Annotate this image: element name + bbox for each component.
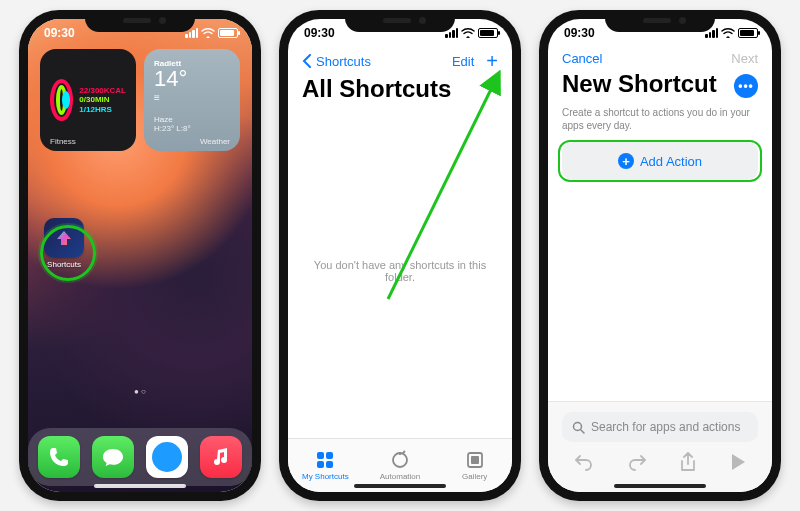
svg-rect-29 [317, 452, 324, 459]
back-button[interactable]: Shortcuts [302, 54, 371, 69]
svg-point-27 [152, 442, 182, 472]
add-button[interactable]: + [486, 51, 498, 71]
home-screen: 09:30 22/300KCAL 0/30MIN 1/12HRS Fitness [28, 19, 252, 492]
more-button[interactable]: ••• [734, 74, 758, 98]
page-subtitle: Create a shortcut to actions you do in y… [548, 106, 772, 132]
svg-rect-31 [317, 461, 324, 468]
tab-label: Automation [380, 472, 420, 481]
app-phone[interactable] [38, 436, 80, 478]
empty-state-text: You don't have any shortcuts in this fol… [288, 259, 512, 283]
tab-my-shortcuts[interactable]: My Shortcuts [288, 439, 363, 492]
wifi-icon [721, 28, 735, 38]
fitness-stand: 1/12HRS [79, 105, 126, 114]
tool-row [548, 442, 772, 472]
automation-icon [390, 450, 410, 470]
share-button[interactable] [679, 452, 697, 472]
plus-circle-icon: + [618, 153, 634, 169]
weather-range: H:23° L:8° [154, 124, 230, 133]
status-time: 09:30 [42, 26, 75, 40]
shortcuts-icon [44, 218, 84, 258]
notch [85, 10, 195, 32]
back-label: Shortcuts [316, 54, 371, 69]
app-shortcuts[interactable]: Shortcuts [40, 218, 88, 269]
add-action-label: Add Action [640, 154, 702, 169]
activity-rings-icon [50, 79, 73, 121]
fitness-stats: 22/300KCAL 0/30MIN 1/12HRS [79, 86, 126, 114]
battery-icon [218, 28, 238, 38]
battery-icon [738, 28, 758, 38]
tab-label: My Shortcuts [302, 472, 349, 481]
fitness-widget[interactable]: 22/300KCAL 0/30MIN 1/12HRS Fitness [40, 49, 136, 151]
home-indicator[interactable] [614, 484, 706, 488]
add-action-button[interactable]: + Add Action [562, 142, 758, 180]
home-indicator[interactable] [94, 484, 186, 488]
phone-shortcuts-list: 09:30 Shortcuts Edit + All Shortcuts You… [279, 10, 521, 501]
search-input[interactable]: Search for apps and actions [562, 412, 758, 442]
home-indicator[interactable] [354, 484, 446, 488]
fitness-label: Fitness [50, 137, 76, 146]
haze-icon: ≡ [154, 92, 230, 103]
gallery-icon [465, 450, 485, 470]
edit-button[interactable]: Edit [452, 54, 474, 69]
status-indicators [185, 28, 238, 38]
status-time: 09:30 [562, 26, 595, 40]
wifi-icon [201, 28, 215, 38]
svg-point-33 [393, 453, 407, 467]
more-icon: ••• [738, 79, 754, 93]
status-time: 09:30 [302, 26, 335, 40]
svg-rect-32 [326, 461, 333, 468]
search-placeholder: Search for apps and actions [591, 420, 740, 434]
fitness-exercise: 0/30MIN [79, 95, 126, 104]
new-shortcut-screen: 09:30 Cancel Next New Shortcut ••• Creat… [548, 19, 772, 492]
tab-label: Gallery [462, 472, 487, 481]
redo-button[interactable] [627, 453, 647, 471]
weather-temp: 14° [154, 66, 230, 92]
notch [345, 10, 455, 32]
status-indicators [445, 28, 498, 38]
app-safari[interactable] [146, 436, 188, 478]
dock [28, 428, 252, 486]
phone-home: 09:30 22/300KCAL 0/30MIN 1/12HRS Fitness [19, 10, 261, 501]
app-label: Shortcuts [47, 260, 81, 269]
wifi-icon [461, 28, 475, 38]
grid-icon [315, 450, 335, 470]
tab-gallery[interactable]: Gallery [437, 439, 512, 492]
fitness-move: 22/300KCAL [79, 86, 126, 95]
notch [605, 10, 715, 32]
undo-button[interactable] [574, 453, 594, 471]
svg-line-37 [581, 430, 584, 433]
chevron-left-icon [302, 54, 312, 68]
weather-condition: Haze [154, 115, 230, 124]
status-indicators [705, 28, 758, 38]
bottom-toolbar: Search for apps and actions [548, 401, 772, 492]
page-indicator: ● ○ [28, 387, 252, 396]
weather-widget[interactable]: Radlett 14° ≡ Haze H:23° L:8° Weather [144, 49, 240, 151]
battery-icon [478, 28, 498, 38]
cancel-button[interactable]: Cancel [562, 51, 602, 66]
app-music[interactable] [200, 436, 242, 478]
nav-bar: Shortcuts Edit + [288, 47, 512, 73]
svg-rect-30 [326, 452, 333, 459]
next-button[interactable]: Next [731, 51, 758, 66]
page-title: All Shortcuts [288, 73, 512, 109]
weather-label: Weather [200, 137, 230, 146]
page-title: New Shortcut [548, 68, 731, 104]
shortcuts-screen: 09:30 Shortcuts Edit + All Shortcuts You… [288, 19, 512, 492]
svg-point-36 [574, 422, 582, 430]
app-messages[interactable] [92, 436, 134, 478]
nav-bar: Cancel Next [548, 47, 772, 68]
play-button[interactable] [730, 453, 746, 471]
phone-new-shortcut: 09:30 Cancel Next New Shortcut ••• Creat… [539, 10, 781, 501]
svg-rect-35 [471, 456, 479, 464]
search-icon [572, 421, 585, 434]
